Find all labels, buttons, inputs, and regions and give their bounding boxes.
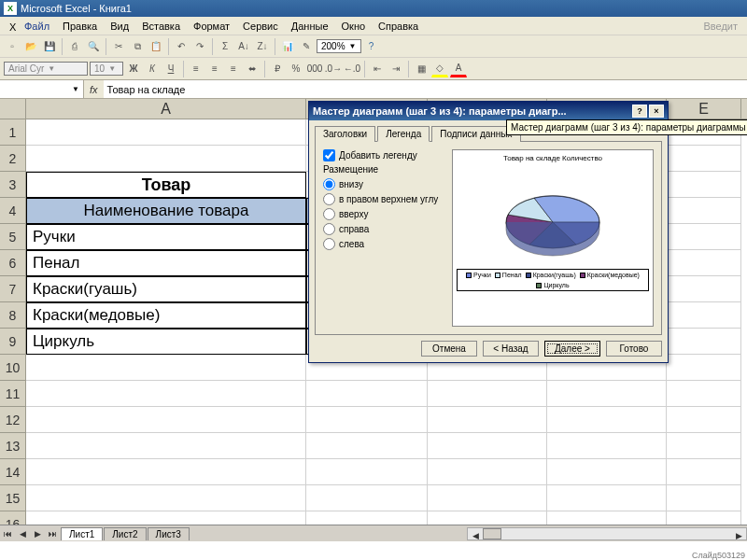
cell-A5[interactable]: Ручки — [26, 224, 306, 250]
cell-B13[interactable] — [306, 433, 428, 459]
cell-A7[interactable]: Краски(гуашь) — [26, 276, 306, 302]
sort-asc-icon[interactable]: A↓ — [235, 38, 252, 55]
preview-icon[interactable]: 🔍 — [85, 38, 102, 55]
cell-E13[interactable] — [667, 433, 741, 459]
help-icon[interactable]: ? — [363, 38, 380, 55]
cell-D12[interactable] — [547, 407, 667, 433]
dialog-close-icon[interactable]: × — [649, 105, 664, 118]
cell-E8[interactable] — [667, 302, 741, 329]
row-header[interactable]: 4 — [0, 198, 26, 224]
cell-A10[interactable] — [26, 355, 306, 381]
align-right-icon[interactable]: ≡ — [225, 61, 242, 77]
row-header[interactable]: 10 — [0, 355, 26, 381]
tab-titles[interactable]: Заголовки — [315, 126, 375, 142]
fill-color-icon[interactable]: ◇ — [431, 61, 448, 77]
cell-C13[interactable] — [428, 433, 547, 459]
menu-data[interactable]: Данные — [286, 19, 334, 34]
cell-D11[interactable] — [547, 381, 667, 407]
cell-B12[interactable] — [306, 407, 428, 433]
row-header[interactable]: 3 — [0, 172, 26, 198]
cell-B15[interactable] — [306, 485, 428, 511]
cell-D13[interactable] — [547, 433, 667, 459]
back-button[interactable]: < Назад — [483, 341, 539, 357]
chart-icon[interactable]: 📊 — [279, 38, 296, 55]
cell-A15[interactable] — [26, 485, 306, 511]
cell-E7[interactable] — [667, 276, 741, 302]
row-header[interactable]: 2 — [0, 146, 26, 172]
menu-tools[interactable]: Сервис — [237, 19, 284, 34]
italic-icon[interactable]: К — [144, 61, 161, 77]
sheet-nav-next-icon[interactable]: ▶ — [30, 526, 45, 541]
underline-icon[interactable]: Ч — [162, 61, 179, 77]
sheet-nav-last-icon[interactable]: ⏭ — [45, 526, 60, 541]
placement-left[interactable]: слева — [323, 238, 444, 250]
finish-button[interactable]: Готово — [606, 341, 662, 357]
col-header-A[interactable]: A — [26, 99, 306, 119]
cell-E11[interactable] — [667, 381, 741, 407]
cell-A12[interactable] — [26, 407, 306, 433]
print-icon[interactable]: ⎙ — [66, 38, 83, 55]
add-legend-checkbox[interactable]: Добавить легенду — [323, 149, 444, 161]
tab-legend[interactable]: Легенда — [377, 126, 430, 142]
cell-A8[interactable]: Краски(медовые) — [26, 302, 306, 329]
sum-icon[interactable]: Σ — [217, 38, 233, 55]
row-header[interactable]: 12 — [0, 407, 26, 433]
row-header[interactable]: 5 — [0, 224, 26, 250]
cell-E12[interactable] — [667, 407, 741, 433]
borders-icon[interactable]: ▦ — [413, 61, 430, 77]
placement-right[interactable]: справа — [323, 223, 444, 235]
cell-A3[interactable]: Товар — [26, 172, 306, 198]
undo-icon[interactable]: ↶ — [173, 38, 190, 55]
sheet-nav-first-icon[interactable]: ⏮ — [0, 526, 15, 541]
placement-top[interactable]: вверху — [323, 208, 444, 220]
currency-icon[interactable]: ₽ — [269, 61, 286, 77]
cell-C12[interactable] — [428, 407, 547, 433]
font-name-combo[interactable]: Arial Cyr▼ — [4, 62, 88, 76]
col-header-E[interactable]: E — [667, 99, 741, 119]
menu-window[interactable]: Окно — [336, 19, 372, 34]
menu-insert[interactable]: Вставка — [136, 19, 186, 34]
new-icon[interactable]: ▫ — [4, 38, 21, 55]
dialog-titlebar[interactable]: Мастер диаграмм (шаг 3 из 4): параметры … — [309, 102, 668, 120]
paste-icon[interactable]: 📋 — [148, 38, 164, 55]
row-header[interactable]: 14 — [0, 459, 26, 485]
sort-desc-icon[interactable]: Z↓ — [254, 38, 271, 55]
cell-E15[interactable] — [667, 485, 741, 511]
percent-icon[interactable]: % — [288, 61, 304, 77]
row-header[interactable]: 6 — [0, 250, 26, 276]
menu-edit[interactable]: Правка — [57, 19, 103, 34]
sheet-nav-prev-icon[interactable]: ◀ — [15, 526, 30, 541]
cell-A9[interactable]: Циркуль — [26, 329, 306, 355]
cell-E3[interactable] — [667, 172, 741, 198]
cell-A11[interactable] — [26, 381, 306, 407]
cell-C14[interactable] — [428, 459, 547, 485]
row-header[interactable]: 8 — [0, 302, 26, 329]
redo-icon[interactable]: ↷ — [191, 38, 208, 55]
zoom-combo[interactable]: 200%▼ — [317, 39, 361, 53]
copy-icon[interactable]: ⧉ — [129, 38, 146, 55]
placement-top-right[interactable]: в правом верхнем углу — [323, 193, 444, 205]
placement-bottom[interactable]: внизу — [323, 178, 444, 190]
cell-A4[interactable]: Наименование товара — [26, 198, 306, 224]
cell-E2[interactable] — [667, 146, 741, 172]
next-button[interactable]: Далее > — [544, 341, 600, 357]
comma-icon[interactable]: 000 — [306, 61, 323, 77]
cell-A13[interactable] — [26, 433, 306, 459]
cell-C15[interactable] — [428, 485, 547, 511]
cell-A6[interactable]: Пенал — [26, 250, 306, 276]
select-all-corner[interactable] — [0, 99, 26, 119]
fx-label[interactable]: fx — [84, 84, 104, 95]
row-header[interactable]: 15 — [0, 485, 26, 511]
row-header[interactable]: 7 — [0, 276, 26, 302]
indent-inc-icon[interactable]: ⇥ — [388, 61, 404, 77]
name-box[interactable]: ▼ — [0, 80, 84, 98]
cell-D15[interactable] — [547, 485, 667, 511]
cell-E4[interactable] — [667, 198, 741, 224]
cell-B11[interactable] — [306, 381, 428, 407]
cell-E14[interactable] — [667, 459, 741, 485]
cancel-button[interactable]: Отмена — [421, 341, 477, 357]
row-header[interactable]: 9 — [0, 329, 26, 355]
cell-E9[interactable] — [667, 329, 741, 355]
menu-file[interactable]: Файл — [19, 19, 55, 34]
open-icon[interactable]: 📂 — [22, 38, 39, 55]
